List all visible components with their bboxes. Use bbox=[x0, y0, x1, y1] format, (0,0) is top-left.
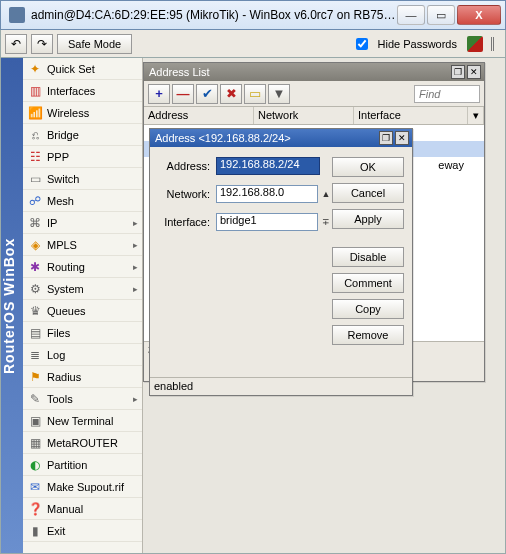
sidebar-icon: ▥ bbox=[27, 83, 43, 99]
sidebar-item-ip[interactable]: ⌘IP▸ bbox=[23, 212, 142, 234]
chevron-right-icon: ▸ bbox=[133, 240, 138, 250]
chevron-right-icon: ▸ bbox=[133, 262, 138, 272]
chevron-right-icon: ▸ bbox=[133, 394, 138, 404]
network-expand-icon[interactable]: ▲ bbox=[320, 189, 332, 199]
address-input[interactable]: 192.168.88.2/24 bbox=[216, 157, 320, 175]
sidebar-item-files[interactable]: ▤Files bbox=[23, 322, 142, 344]
safe-mode-button[interactable]: Safe Mode bbox=[57, 34, 132, 54]
address-list-close-button[interactable]: ✕ bbox=[467, 65, 481, 79]
sidebar-item-exit[interactable]: ▮Exit bbox=[23, 520, 142, 542]
address-dialog-titlebar[interactable]: Address <192.168.88.2/24> ❐ ✕ bbox=[150, 129, 412, 147]
add-button[interactable]: + bbox=[148, 84, 170, 104]
sidebar-item-mpls[interactable]: ◈MPLS▸ bbox=[23, 234, 142, 256]
sidebar-item-switch[interactable]: ▭Switch bbox=[23, 168, 142, 190]
network-input[interactable]: 192.168.88.0 bbox=[216, 185, 318, 203]
hide-passwords-checkbox[interactable] bbox=[356, 38, 368, 50]
sidebar: ✦Quick Set▥Interfaces📶Wireless⎌Bridge☷PP… bbox=[23, 58, 143, 553]
sidebar-icon: ◈ bbox=[27, 237, 43, 253]
minimize-button[interactable]: — bbox=[397, 5, 425, 25]
sidebar-icon: ▦ bbox=[27, 435, 43, 451]
remove-button[interactable]: — bbox=[172, 84, 194, 104]
cancel-button[interactable]: Cancel bbox=[332, 183, 404, 203]
sidebar-icon: ▣ bbox=[27, 413, 43, 429]
sidebar-item-queues[interactable]: ♛Queues bbox=[23, 300, 142, 322]
window-title: admin@D4:CA:6D:29:EE:95 (MikroTik) - Win… bbox=[31, 8, 397, 22]
sidebar-item-wireless[interactable]: 📶Wireless bbox=[23, 102, 142, 124]
sidebar-item-routing[interactable]: ✱Routing▸ bbox=[23, 256, 142, 278]
partial-interface-text: eway bbox=[438, 159, 464, 171]
ok-button[interactable]: OK bbox=[332, 157, 404, 177]
address-dialog-restore-button[interactable]: ❐ bbox=[379, 131, 393, 145]
sidebar-icon: ✎ bbox=[27, 391, 43, 407]
apply-button[interactable]: Apply bbox=[332, 209, 404, 229]
sidebar-item-label: Queues bbox=[47, 305, 86, 317]
col-address[interactable]: Address bbox=[144, 107, 254, 124]
sidebar-item-quick-set[interactable]: ✦Quick Set bbox=[23, 58, 142, 80]
sidebar-item-label: Exit bbox=[47, 525, 65, 537]
sidebar-icon: ♛ bbox=[27, 303, 43, 319]
col-interface[interactable]: Interface bbox=[354, 107, 468, 124]
maximize-button[interactable]: ▭ bbox=[427, 5, 455, 25]
sidebar-item-label: Wireless bbox=[47, 107, 89, 119]
interface-dropdown-icon[interactable]: ∓ bbox=[320, 217, 332, 227]
col-network[interactable]: Network bbox=[254, 107, 354, 124]
main-toolbar: ↶ ↷ Safe Mode Hide Passwords bbox=[0, 30, 506, 58]
address-list-restore-button[interactable]: ❐ bbox=[451, 65, 465, 79]
sidebar-item-radius[interactable]: ⚑Radius bbox=[23, 366, 142, 388]
col-menu-button[interactable]: ▾ bbox=[468, 107, 484, 124]
workarea: Address List ❐ ✕ + — ✔ ✖ ▭ ▼ Address Net… bbox=[143, 62, 501, 549]
sidebar-item-new-terminal[interactable]: ▣New Terminal bbox=[23, 410, 142, 432]
sidebar-item-label: Radius bbox=[47, 371, 81, 383]
address-dialog-status: enabled bbox=[150, 377, 412, 395]
sidebar-item-tools[interactable]: ✎Tools▸ bbox=[23, 388, 142, 410]
sidebar-icon: ☷ bbox=[27, 149, 43, 165]
copy-button[interactable]: Copy bbox=[332, 299, 404, 319]
sidebar-item-label: Log bbox=[47, 349, 65, 361]
sidebar-item-label: Manual bbox=[47, 503, 83, 515]
sidebar-icon: ◐ bbox=[27, 457, 43, 473]
address-list-titlebar[interactable]: Address List ❐ ✕ bbox=[144, 63, 484, 81]
sidebar-item-mesh[interactable]: ☍Mesh bbox=[23, 190, 142, 212]
sidebar-item-log[interactable]: ≣Log bbox=[23, 344, 142, 366]
comment-dialog-button[interactable]: Comment bbox=[332, 273, 404, 293]
sidebar-icon: ⎌ bbox=[27, 127, 43, 143]
comment-button[interactable]: ▭ bbox=[244, 84, 266, 104]
sidebar-item-system[interactable]: ⚙System▸ bbox=[23, 278, 142, 300]
address-list-title: Address List bbox=[147, 66, 449, 78]
sidebar-icon: ▤ bbox=[27, 325, 43, 341]
sidebar-icon: ▮ bbox=[27, 523, 43, 539]
sidebar-icon: 📶 bbox=[27, 105, 43, 121]
close-button[interactable]: X bbox=[457, 5, 501, 25]
window-titlebar: admin@D4:CA:6D:29:EE:95 (MikroTik) - Win… bbox=[0, 0, 506, 30]
disable-dialog-button[interactable]: Disable bbox=[332, 247, 404, 267]
sidebar-item-ppp[interactable]: ☷PPP bbox=[23, 146, 142, 168]
address-list-toolbar: + — ✔ ✖ ▭ ▼ bbox=[144, 81, 484, 107]
sidebar-item-partition[interactable]: ◐Partition bbox=[23, 454, 142, 476]
sidebar-item-label: Interfaces bbox=[47, 85, 95, 97]
sidebar-item-make-supout-rif[interactable]: ✉Make Supout.rif bbox=[23, 476, 142, 498]
enable-button[interactable]: ✔ bbox=[196, 84, 218, 104]
content-area: RouterOS WinBox ✦Quick Set▥Interfaces📶Wi… bbox=[0, 58, 506, 554]
undo-button[interactable]: ↶ bbox=[5, 34, 27, 54]
interface-input[interactable]: bridge1 bbox=[216, 213, 318, 231]
menu-icon[interactable] bbox=[491, 37, 499, 51]
address-dialog-close-button[interactable]: ✕ bbox=[395, 131, 409, 145]
app-icon bbox=[9, 7, 25, 23]
sidebar-item-interfaces[interactable]: ▥Interfaces bbox=[23, 80, 142, 102]
network-label: Network: bbox=[158, 188, 216, 200]
find-input[interactable] bbox=[414, 85, 480, 103]
sidebar-item-bridge[interactable]: ⎌Bridge bbox=[23, 124, 142, 146]
redo-button[interactable]: ↷ bbox=[31, 34, 53, 54]
sidebar-item-label: Routing bbox=[47, 261, 85, 273]
sidebar-item-manual[interactable]: ❓Manual bbox=[23, 498, 142, 520]
sidebar-icon: ✉ bbox=[27, 479, 43, 495]
disable-button[interactable]: ✖ bbox=[220, 84, 242, 104]
hide-passwords-label: Hide Passwords bbox=[378, 38, 457, 50]
sidebar-item-label: IP bbox=[47, 217, 57, 229]
sidebar-item-label: Switch bbox=[47, 173, 79, 185]
remove-dialog-button[interactable]: Remove bbox=[332, 325, 404, 345]
security-icon[interactable] bbox=[467, 36, 483, 52]
sidebar-item-metarouter[interactable]: ▦MetaROUTER bbox=[23, 432, 142, 454]
filter-button[interactable]: ▼ bbox=[268, 84, 290, 104]
address-dialog-title: Address <192.168.88.2/24> bbox=[153, 132, 377, 144]
